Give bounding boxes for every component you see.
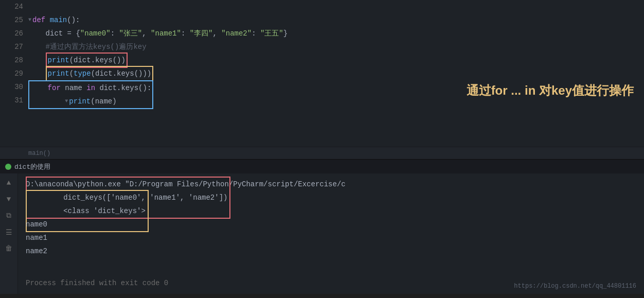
keyword-def: def (32, 13, 50, 27)
close-brace: } (283, 27, 288, 40)
code-line-26: dict = {"name0": "张三", "name1": "李四", "n… (28, 27, 644, 40)
type-content-29: (dict.keys())) (91, 67, 152, 80)
output-result2-line: <class 'dict_keys'> (26, 204, 636, 218)
val-zhang: "张三" (119, 27, 142, 40)
fold-icon-31: ▼ (65, 95, 68, 108)
key-name2: "name2" (221, 27, 252, 40)
line-num-27: 27 (14, 40, 23, 54)
type-29: type (74, 67, 91, 80)
main-paren: (): (67, 13, 80, 27)
code-line-29: print(type(dict.keys())) (28, 67, 644, 80)
breadcrumb-text: main() (28, 150, 50, 157)
line-num-25: 25 (14, 13, 23, 27)
in-kw: in (86, 81, 95, 95)
output-name1-line: name1 (26, 231, 636, 244)
code-line-24 (28, 0, 644, 13)
code-line-25: ▼ def main(): (28, 13, 644, 27)
filter-icon[interactable]: ☰ (4, 227, 14, 237)
clear-icon[interactable]: 🗑 (4, 243, 14, 254)
watermark: https://blog.csdn.net/qq_44801116 (514, 283, 636, 290)
val-li: "李四" (190, 27, 213, 40)
name-var: name (61, 81, 86, 95)
comma-2: , (213, 27, 222, 40)
line-num-30: 30 (14, 80, 23, 94)
fold-icon-25: ▼ (28, 13, 31, 27)
output-name0: name0 (26, 218, 47, 231)
process-text: Process finished with exit code 0 (26, 276, 168, 290)
code-line-27: #通过内置方法keys()遍历key (28, 40, 644, 54)
line-numbers: 24 25 26 27 28 29 30 31 (0, 0, 28, 147)
indent-30 (30, 81, 48, 95)
comment-27: #通过内置方法keys()遍历key (28, 40, 147, 54)
line-num-26: 26 (14, 27, 23, 40)
box-yellow-29: print(type(dict.keys())) (46, 66, 154, 81)
comma-1: , (142, 27, 151, 40)
output-name2: name2 (26, 244, 47, 258)
output-panel: ▲ ▼ ⧉ ☰ 🗑 D:\anaconda\python.exe "D:/Pro… (0, 173, 644, 294)
blue-box-wrapper: for name in dict.keys(): ▼print(name) (28, 80, 153, 109)
line-num-24: 24 (14, 0, 23, 13)
scroll-down-icon[interactable]: ▼ (4, 194, 14, 204)
line-num-31: 31 (14, 94, 23, 107)
val-wang: "王五" (260, 27, 283, 40)
fn-main: main (50, 13, 67, 27)
indent-28 (28, 54, 46, 67)
scroll-up-icon[interactable]: ▲ (4, 178, 14, 188)
key-name0: "name0" (80, 27, 111, 40)
editor-panel: 24 25 26 27 28 29 30 31 ▼ def main(): di… (0, 0, 644, 147)
print-31: print (69, 95, 91, 108)
wrap-icon[interactable]: ⧉ (4, 211, 14, 221)
box-blue-3031: for name in dict.keys(): ▼print(name) (28, 80, 153, 109)
paren-open-29: ( (69, 67, 74, 80)
output-content: D:\anaconda\python.exe "D:/Program Files… (18, 173, 644, 294)
code-line-30: for name in dict.keys(): (30, 81, 151, 95)
colon-2: : (181, 27, 190, 40)
output-name1: name1 (26, 231, 47, 244)
for-kw: for (48, 81, 61, 95)
code-line-31: ▼print(name) (30, 95, 151, 108)
output-empty-line (26, 258, 636, 271)
sidebar-icons: ▲ ▼ ⧉ ☰ 🗑 (0, 173, 18, 294)
indent-26: dict = { (28, 27, 80, 40)
breadcrumb-bar: main() (0, 147, 644, 159)
run-tab[interactable]: dict的使用 (5, 162, 50, 171)
output-result2-text: <class 'dict_keys'> (63, 207, 146, 215)
run-panel-header: dict的使用 (0, 159, 644, 173)
colon-3: : (252, 27, 260, 40)
indent-31 (30, 95, 65, 108)
line-num-28: 28 (14, 54, 23, 67)
print-29: print (48, 67, 69, 80)
annotation-text: 通过for ... in 对key值进行操作 (467, 82, 634, 99)
print-content-28: (dict.keys()) (69, 54, 126, 67)
print-name-31: (name) (91, 95, 116, 108)
indent-29 (28, 67, 46, 80)
run-icon (5, 164, 11, 170)
dict-keys-call: dict.keys(): (95, 81, 151, 95)
run-tab-label: dict的使用 (14, 162, 50, 171)
output-name2-line: name2 (26, 244, 636, 258)
key-name1: "name1" (151, 27, 181, 40)
print-28: print (48, 54, 69, 67)
code-area[interactable]: ▼ def main(): dict = {"name0": "张三", "na… (28, 0, 644, 147)
colon-1: : (111, 27, 119, 40)
code-line-28: print(dict.keys()) (28, 54, 644, 67)
line-num-29: 29 (14, 67, 23, 80)
